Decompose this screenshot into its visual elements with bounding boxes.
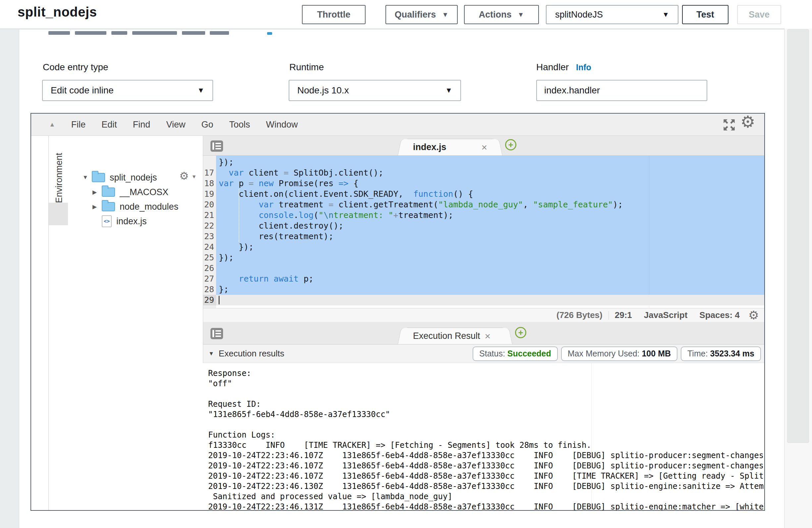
- clipped-scrolled-content: [267, 32, 272, 35]
- code-token: (: [314, 210, 319, 220]
- code-token: treatment: ": [333, 210, 393, 220]
- fullscreen-icon[interactable]: [723, 118, 736, 132]
- menu-item-edit[interactable]: Edit: [101, 120, 117, 130]
- code-editor-frame: ▲ FileEditFindViewGoToolsWindow ⚙ Enviro…: [30, 113, 765, 511]
- code-token: [219, 274, 238, 283]
- line-number: 25: [204, 252, 214, 263]
- chevron-down-icon: ▼: [662, 11, 669, 18]
- tab-list-icon[interactable]: [211, 141, 223, 152]
- handler-info-link[interactable]: Info: [576, 63, 591, 72]
- menu-item-file[interactable]: File: [71, 120, 86, 130]
- menu-item-view[interactable]: View: [166, 120, 185, 130]
- code-editor-area[interactable]: }); var client = SplitObj.client();var p…: [216, 156, 764, 308]
- line-number: 22: [204, 221, 214, 231]
- expand-arrow-icon[interactable]: ▶: [92, 203, 102, 210]
- folder-icon: [102, 188, 115, 197]
- throttle-button-label: Throttle: [317, 10, 351, 20]
- code-token: ,: [523, 200, 533, 209]
- code-token: });: [219, 242, 253, 252]
- actions-button[interactable]: Actions▼: [464, 5, 539, 24]
- runtime-select[interactable]: Node.js 10.x ▼: [289, 80, 461, 101]
- chevron-down-icon: ▼: [445, 86, 452, 95]
- code-token: .: [294, 210, 299, 220]
- log-line: 2019-10-24T22:23:46.107Z 131e865f-6eb4-4…: [208, 461, 764, 471]
- tab-list-icon[interactable]: [211, 328, 223, 339]
- memory-badge-label: Max Memory Used:: [568, 349, 642, 358]
- code-token: [219, 200, 259, 209]
- status-badge-value: Succeeded: [507, 349, 551, 358]
- code-token: client.getTreatment(: [333, 200, 438, 209]
- gear-icon[interactable]: ⚙: [179, 170, 189, 182]
- code-token: {: [348, 178, 358, 188]
- tab-execution-result[interactable]: Execution Result ×: [404, 327, 506, 344]
- code-token: function: [413, 189, 453, 199]
- test-button[interactable]: Test: [682, 5, 728, 24]
- code-entry-type-label: Code entry type: [43, 62, 108, 73]
- menu-item-find[interactable]: Find: [133, 120, 150, 130]
- expand-arrow-icon[interactable]: ▶: [92, 189, 102, 196]
- tab-execution-result-label: Execution Result: [413, 331, 480, 341]
- test-event-select[interactable]: splitNodeJS▼: [546, 5, 679, 24]
- close-icon[interactable]: ×: [485, 331, 491, 342]
- editor-status-bar: (726 Bytes) 29:1 JavaScript Spaces: 4 ⚙: [203, 308, 764, 322]
- result-badges: Status: Succeeded Max Memory Used: 100 M…: [473, 347, 761, 361]
- code-line: console.log("\ntreatment: "+treatment);: [219, 210, 453, 221]
- code-token: [219, 168, 229, 178]
- folder-icon: [102, 202, 115, 211]
- menu-item-tools[interactable]: Tools: [229, 120, 250, 130]
- menu-item-go[interactable]: Go: [201, 120, 213, 130]
- execution-log-output[interactable]: Response:"off"Request ID:"131e865f-6eb4-…: [203, 363, 764, 510]
- tab-index-js-label: index.js: [413, 142, 447, 152]
- tree-item-node-modules[interactable]: ▶node_modules: [68, 200, 201, 214]
- editor-menu-items: FileEditFindViewGoToolsWindow: [71, 120, 298, 130]
- log-line: "off": [208, 379, 232, 389]
- code-token: var: [219, 178, 234, 188]
- save-button[interactable]: Save: [737, 5, 781, 24]
- line-number: 21: [204, 210, 214, 221]
- code-entry-type-select[interactable]: Edit code inline ▼: [42, 80, 213, 101]
- code-token: \n: [323, 210, 333, 220]
- code-line: var p = new Promise(res => {: [219, 178, 358, 189]
- code-line: });: [219, 157, 234, 167]
- collapse-arrow-icon[interactable]: ▼: [83, 174, 92, 181]
- add-tab-icon[interactable]: +: [515, 327, 526, 338]
- line-number: 26: [204, 263, 214, 274]
- time-badge-label: Time:: [687, 349, 710, 358]
- qualifiers-button-label: Qualifiers: [395, 10, 436, 20]
- cursor-position-indicator[interactable]: 29:1: [609, 310, 638, 320]
- code-line: var treatment = client.getTreatment("lam…: [219, 200, 623, 210]
- tree-item-index-js[interactable]: <>index.js: [68, 214, 201, 229]
- collapse-editor-icon[interactable]: ▲: [49, 121, 55, 128]
- menu-item-window[interactable]: Window: [266, 120, 298, 130]
- log-line: 2019-10-24T22:23:46.131Z 131e865f-6eb4-4…: [208, 502, 764, 510]
- disclosure-triangle-icon[interactable]: ▼: [208, 350, 214, 357]
- code-token: await: [274, 274, 299, 283]
- gear-icon[interactable]: ⚙: [740, 113, 755, 132]
- code-token: return: [238, 274, 269, 283]
- qualifiers-button[interactable]: Qualifiers▼: [386, 5, 458, 24]
- code-line: client.on(client.Event.SDK_READY, functi…: [219, 189, 473, 200]
- close-icon[interactable]: ×: [481, 142, 487, 153]
- code-token: });: [219, 157, 234, 167]
- tab-index-js[interactable]: index.js ×: [404, 139, 496, 155]
- runtime-label: Runtime: [289, 62, 324, 73]
- gear-icon[interactable]: ⚙: [746, 308, 760, 322]
- tree-item-split-nodejs[interactable]: ▼split_nodejs⚙▾: [68, 170, 201, 185]
- scrollbar-thumb[interactable]: [787, 29, 809, 443]
- clipped-scrolled-content: [132, 31, 177, 35]
- log-line: Function Logs:: [208, 430, 275, 440]
- status-badge: Status: Succeeded: [473, 347, 558, 361]
- handler-input[interactable]: [536, 80, 707, 101]
- folder-icon: [92, 173, 105, 182]
- clipped-scrolled-content: [111, 31, 127, 35]
- code-token: log: [299, 210, 314, 220]
- language-mode-selector[interactable]: JavaScript: [638, 310, 694, 320]
- indentation-selector[interactable]: Spaces: 4: [693, 310, 745, 320]
- time-badge: Time: 3523.34 ms: [681, 347, 761, 361]
- add-tab-icon[interactable]: +: [505, 139, 516, 150]
- code-token: =: [249, 178, 253, 188]
- tree-item--macosx[interactable]: ▶__MACOSX: [68, 185, 201, 200]
- throttle-button[interactable]: Throttle: [302, 5, 365, 24]
- code-token: client: [244, 168, 284, 178]
- chevron-down-icon[interactable]: ▾: [192, 173, 195, 180]
